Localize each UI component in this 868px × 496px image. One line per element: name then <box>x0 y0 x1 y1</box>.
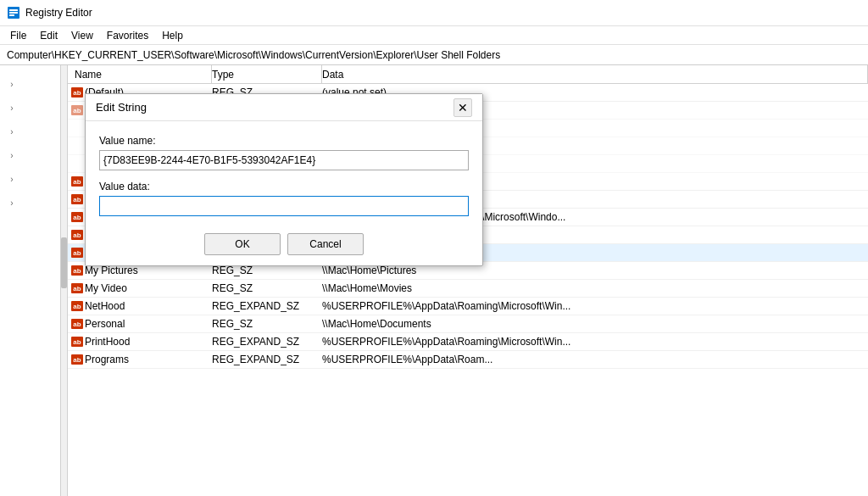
value-name-input[interactable] <box>99 150 469 170</box>
dialog-overlay: Edit String ✕ Value name: Value data: OK… <box>0 0 868 496</box>
dialog-close-button[interactable]: ✕ <box>453 98 472 117</box>
value-data-input[interactable] <box>99 196 469 216</box>
cancel-button[interactable]: Cancel <box>287 233 364 255</box>
dialog-buttons: OK Cancel <box>99 233 469 255</box>
edit-string-dialog: Edit String ✕ Value name: Value data: OK… <box>85 93 483 266</box>
value-data-label: Value data: <box>99 181 469 192</box>
value-name-label: Value name: <box>99 135 469 147</box>
dialog-title: Edit String <box>96 101 147 114</box>
dialog-body: Value name: Value data: OK Cancel <box>86 121 482 265</box>
ok-button[interactable]: OK <box>204 233 281 255</box>
dialog-title-bar: Edit String ✕ <box>86 94 482 121</box>
